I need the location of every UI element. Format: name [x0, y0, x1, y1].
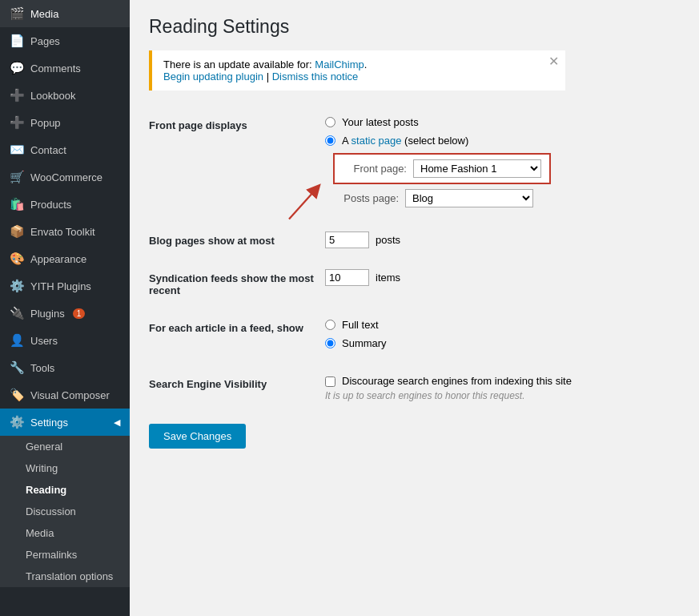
arrow-overlay: Front page: Home Fashion 1 Home Fashion … [333, 153, 680, 207]
posts-page-select[interactable]: Blog Sample Page [405, 189, 533, 207]
submenu-item-general[interactable]: General [0, 436, 130, 457]
reading-settings-form: Front page displays Your latest posts A … [149, 107, 680, 411]
sidebar-item-yith[interactable]: ⚙️ YITH Plugins [0, 272, 130, 300]
radio-static-page: A static page (select below) [325, 135, 680, 147]
visual-composer-icon: 🏷️ [10, 388, 24, 402]
search-engine-checkbox[interactable] [325, 376, 335, 387]
radio-full-text: Full text [325, 319, 680, 331]
appearance-icon: 🎨 [10, 252, 24, 266]
notice-dismiss-link[interactable]: Dismiss this notice [272, 70, 359, 83]
sidebar-item-comments[interactable]: 💬 Comments [0, 54, 130, 82]
settings-submenu: General Writing Reading Discussion Media… [0, 436, 130, 587]
radio-static-page-input[interactable] [325, 135, 335, 146]
users-icon: 👤 [10, 333, 24, 348]
search-engine-td: Discourage search engines from indexing … [325, 365, 680, 411]
syndication-td: items [325, 260, 680, 309]
syndication-unit: items [376, 272, 400, 284]
sidebar-item-tools[interactable]: 🔧 Tools [0, 354, 130, 381]
front-page-select-label: Front page: [343, 163, 407, 175]
sidebar-label-lookbook: Lookbook [30, 90, 75, 102]
settings-collapse-icon: ◀ [114, 417, 120, 428]
blog-pages-td: posts [325, 222, 680, 260]
plugins-badge: 1 [73, 308, 86, 319]
search-engine-label: Search Engine Visibility [149, 365, 325, 411]
sidebar-label-tools: Tools [30, 362, 54, 374]
sidebar-item-plugins[interactable]: 🔌 Plugins 1 [0, 300, 130, 327]
feed-article-label: For each article in a feed, show [149, 309, 325, 365]
sidebar-label-settings: Settings [30, 417, 68, 429]
sidebar-item-products[interactable]: 🛍️ Products [0, 191, 130, 218]
submenu-item-discussion[interactable]: Discussion [0, 501, 130, 522]
sidebar: 🎬 Media 📄 Pages 💬 Comments ➕ Lookbook ➕ … [0, 0, 130, 616]
radio-full-text-input[interactable] [325, 320, 335, 330]
notice-box: ✕ There is an update available for: Mail… [149, 50, 565, 91]
radio-summary-input[interactable] [325, 338, 335, 348]
envato-icon: 📦 [10, 224, 24, 239]
sidebar-item-media[interactable]: 🎬 Media [0, 0, 130, 27]
notice-period: . [364, 58, 368, 70]
syndication-label: Syndication feeds show the most recent [149, 260, 325, 309]
sidebar-item-users[interactable]: 👤 Users [0, 327, 130, 354]
radio-latest-posts-input[interactable] [325, 117, 335, 127]
blog-pages-label: Blog pages show at most [149, 222, 325, 260]
notice-begin-update-link[interactable]: Begin updating plugin [163, 70, 263, 83]
radio-latest-posts: Your latest posts [325, 116, 680, 128]
pages-icon: 📄 [10, 34, 24, 48]
sidebar-label-appearance: Appearance [30, 253, 86, 265]
submenu-item-reading[interactable]: Reading [0, 479, 130, 501]
syndication-input-row: items [325, 269, 680, 286]
sidebar-label-yith: YITH Plugins [30, 280, 91, 292]
radio-summary: Summary [325, 337, 680, 349]
syndication-input[interactable] [325, 269, 369, 286]
submenu-item-writing[interactable]: Writing [0, 457, 130, 479]
feed-article-row: For each article in a feed, show Full te… [149, 309, 680, 365]
posts-page-select-label: Posts page: [335, 192, 399, 204]
sidebar-item-settings[interactable]: ⚙️ Settings ◀ [0, 409, 130, 436]
sidebar-label-plugins: Plugins [30, 308, 65, 320]
notice-plugin-link[interactable]: MailChimp [315, 58, 364, 70]
posts-page-select-row: Posts page: Blog Sample Page [335, 189, 680, 207]
plugins-icon: 🔌 [10, 306, 24, 320]
popup-icon: ➕ [10, 115, 24, 130]
sidebar-item-lookbook[interactable]: ➕ Lookbook [0, 82, 130, 109]
front-page-row: Front page displays Your latest posts A … [149, 107, 680, 222]
sidebar-label-products: Products [30, 199, 71, 211]
blog-pages-unit: posts [376, 234, 400, 246]
notice-close-button[interactable]: ✕ [548, 55, 559, 68]
notice-separator: | [267, 70, 272, 83]
sidebar-item-envato[interactable]: 📦 Envato Toolkit [0, 218, 130, 245]
sidebar-label-visual-composer: Visual Composer [30, 389, 110, 401]
sidebar-label-pages: Pages [30, 35, 60, 47]
front-page-select-row: Front page: Home Fashion 1 Home Fashion … [333, 153, 551, 184]
media-icon: 🎬 [10, 6, 24, 21]
radio-summary-label: Summary [342, 337, 387, 349]
radio-full-text-label: Full text [342, 319, 379, 331]
submenu-item-media-sub[interactable]: Media [0, 522, 130, 544]
search-engine-row: Search Engine Visibility Discourage sear… [149, 365, 680, 411]
sidebar-item-visual-composer[interactable]: 🏷️ Visual Composer [0, 381, 130, 409]
sidebar-label-woocommerce: WooCommerce [30, 171, 102, 183]
feed-article-td: Full text Summary [325, 309, 680, 365]
sidebar-item-popup[interactable]: ➕ Popup [0, 109, 130, 136]
notice-text-before: There is an update available for: [163, 58, 315, 70]
search-engine-checkbox-label: Discourage search engines from indexing … [342, 375, 572, 387]
sidebar-item-appearance[interactable]: 🎨 Appearance [0, 245, 130, 272]
front-page-select[interactable]: Home Fashion 1 Home Fashion 2 Home Fashi… [413, 159, 541, 178]
blog-pages-input-row: posts [325, 232, 680, 248]
search-engine-hint: It is up to search engines to honor this… [325, 390, 680, 401]
blog-pages-input[interactable] [325, 232, 369, 248]
sidebar-label-comments: Comments [30, 62, 81, 74]
sidebar-item-pages[interactable]: 📄 Pages [0, 27, 130, 54]
front-page-label: Front page displays [149, 107, 325, 222]
static-page-link[interactable]: static page [352, 135, 402, 147]
submenu-item-permalinks[interactable]: Permalinks [0, 544, 130, 566]
save-changes-button[interactable]: Save Changes [149, 424, 246, 449]
submenu-item-translation[interactable]: Translation options [0, 566, 130, 587]
search-engine-checkbox-row: Discourage search engines from indexing … [325, 375, 680, 387]
sidebar-item-woocommerce[interactable]: 🛒 WooCommerce [0, 163, 130, 191]
lookbook-icon: ➕ [10, 88, 24, 103]
sidebar-label-popup: Popup [30, 117, 61, 129]
radio-latest-posts-label: Your latest posts [342, 116, 419, 128]
yith-icon: ⚙️ [10, 279, 24, 293]
sidebar-item-contact[interactable]: ✉️ Contact [0, 136, 130, 163]
